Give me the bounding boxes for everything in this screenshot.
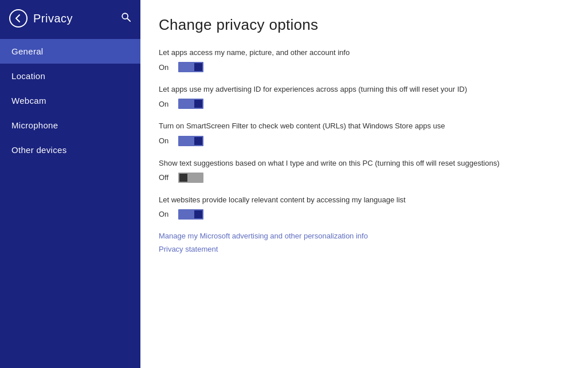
toggle-thumb	[194, 63, 202, 71]
setting-text-suggestions-state: Off	[159, 173, 173, 182]
setting-advertising-id-label: Let apps use my advertising ID for exper…	[159, 84, 570, 95]
toggle-track	[178, 62, 203, 72]
toggle-row-advertising-id: On	[159, 98, 570, 109]
setting-account-info-label: Let apps access my name, picture, and ot…	[159, 48, 570, 58]
sidebar-item-other-devices[interactable]: Other devices	[0, 138, 140, 162]
setting-advertising-id-state: On	[159, 100, 173, 108]
sidebar-title: Privacy	[33, 12, 73, 25]
toggle-track	[178, 136, 203, 146]
sidebar-item-location[interactable]: Location	[0, 64, 140, 88]
toggle-track	[178, 99, 203, 109]
toggle-thumb	[194, 137, 202, 145]
setting-language-list-state: On	[159, 210, 173, 218]
manage-advertising-link[interactable]: Manage my Microsoft advertising and othe…	[159, 232, 570, 240]
toggle-thumb	[194, 210, 202, 218]
setting-smartscreen: Turn on SmartScreen Filter to check web …	[159, 121, 570, 146]
toggle-row-smartscreen: On	[159, 135, 570, 147]
page-title: Change privacy options	[159, 16, 570, 34]
sidebar-header: Privacy	[0, 2, 140, 34]
toggle-track	[178, 173, 203, 183]
toggle-text-suggestions[interactable]	[178, 172, 203, 183]
privacy-statement-link[interactable]: Privacy statement	[159, 245, 570, 253]
toggle-language-list[interactable]	[178, 209, 203, 220]
svg-line-1	[127, 18, 130, 21]
toggle-track	[178, 209, 203, 220]
toggle-row-account-info: On	[159, 61, 570, 73]
toggle-row-language-list: On	[159, 209, 570, 220]
setting-smartscreen-state: On	[159, 136, 173, 145]
links-section: Manage my Microsoft advertising and othe…	[159, 232, 570, 253]
sidebar: Privacy General Location Webcam Micropho…	[0, 0, 140, 368]
search-button[interactable]	[121, 12, 131, 25]
toggle-row-text-suggestions: Off	[159, 172, 570, 183]
toggle-thumb	[194, 100, 202, 108]
setting-smartscreen-label: Turn on SmartScreen Filter to check web …	[159, 121, 570, 131]
back-button[interactable]	[9, 9, 28, 28]
sidebar-item-microphone[interactable]: Microphone	[0, 113, 140, 138]
nav-menu: General Location Webcam Microphone Other…	[0, 39, 140, 162]
sidebar-item-general[interactable]: General	[0, 39, 140, 64]
setting-language-list-label: Let websites provide locally relevant co…	[159, 195, 570, 205]
toggle-thumb	[179, 174, 187, 182]
setting-text-suggestions: Show text suggestions based on what I ty…	[159, 158, 570, 183]
main-content: Change privacy options Let apps access m…	[140, 0, 588, 368]
setting-language-list: Let websites provide locally relevant co…	[159, 195, 570, 220]
toggle-account-info[interactable]	[178, 61, 203, 73]
setting-advertising-id: Let apps use my advertising ID for exper…	[159, 84, 570, 109]
toggle-smartscreen[interactable]	[178, 135, 203, 147]
setting-text-suggestions-label: Show text suggestions based on what I ty…	[159, 158, 570, 169]
sidebar-item-webcam[interactable]: Webcam	[0, 88, 140, 113]
setting-account-info-state: On	[159, 63, 173, 72]
setting-account-info: Let apps access my name, picture, and ot…	[159, 48, 570, 73]
toggle-advertising-id[interactable]	[178, 98, 203, 109]
